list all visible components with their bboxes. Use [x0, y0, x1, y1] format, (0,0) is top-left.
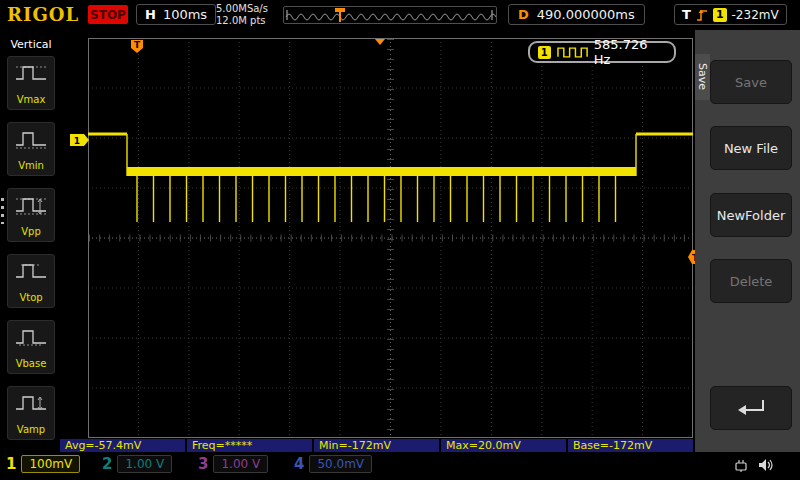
waveform-display: 1TT 1 585.726 Hz	[62, 30, 695, 452]
trigger-edge-icon	[696, 8, 708, 22]
thumbnail-waveform-icon	[284, 7, 496, 23]
sidebar-scroll-indicator	[1, 198, 4, 224]
trigger-readout-box: T 1 -232mV	[674, 4, 787, 25]
channel-3-status[interactable]: 3 1.00 V	[198, 455, 268, 473]
measurement-max: Max=20.0mV	[441, 439, 566, 452]
sidebar-item-label: Vbase	[16, 358, 47, 369]
svg-text:T: T	[134, 40, 141, 50]
save-button[interactable]: Save	[710, 60, 792, 104]
measurement-base: Base=-172mV	[568, 439, 693, 452]
vpp-icon	[15, 194, 47, 216]
menu-tab-save: Save	[695, 54, 710, 100]
delay-value: 490.000000ms	[537, 7, 635, 22]
svg-text:1: 1	[74, 136, 80, 146]
measurement-avg: Avg=-57.4mV	[60, 439, 185, 452]
waveform-position-thumbnail	[283, 6, 497, 24]
trigger-source-badge: 1	[713, 8, 727, 22]
speaker-icon[interactable]	[757, 457, 774, 473]
measurement-min: Min=-172mV	[314, 439, 439, 452]
horizontal-timebase-box: H 100ms	[136, 4, 216, 25]
sample-rate: 5.00MSa/s	[216, 3, 268, 15]
vamp-icon	[15, 392, 47, 414]
freq-counter-value: 585.726 Hz	[594, 37, 666, 67]
freq-counter-channel-badge: 1	[538, 46, 551, 59]
sidebar-item-vbase[interactable]: Vbase	[7, 320, 55, 374]
run-state-badge[interactable]: STOP	[88, 5, 128, 24]
channel-number: 2	[102, 455, 112, 473]
sidebar-item-vamp[interactable]: Vamp	[7, 386, 55, 440]
new-file-button[interactable]: New File	[710, 126, 792, 170]
sidebar-item-label: Vamp	[17, 424, 45, 435]
top-status-bar: RIGOL STOP H 100ms 5.00MSa/s 12.0M pts D…	[0, 0, 800, 30]
sidebar-item-label: Vpp	[21, 226, 41, 237]
sidebar-item-label: Vmin	[18, 160, 44, 171]
channel-1-status[interactable]: 1 100mV	[6, 455, 80, 473]
acquisition-readout: 5.00MSa/s 12.0M pts	[216, 3, 268, 27]
channel-number: 4	[294, 455, 304, 473]
sidebar-item-vmax[interactable]: Vmax	[7, 56, 55, 110]
sidebar-item-label: Vtop	[19, 292, 42, 303]
trigger-markers: 1TT	[70, 39, 700, 264]
channel-2-status[interactable]: 2 1.00 V	[102, 455, 172, 473]
channel-scale: 1.00 V	[117, 455, 172, 473]
pulse-train-icon	[557, 46, 588, 59]
channel-number: 3	[198, 455, 208, 473]
vbase-icon	[15, 326, 47, 348]
sidebar-item-label: Vmax	[17, 94, 46, 105]
sidebar-item-vpp[interactable]: Vpp	[7, 188, 55, 242]
sidebar-item-vtop[interactable]: Vtop	[7, 254, 55, 308]
trigger-level-value: -232mV	[732, 8, 779, 22]
channel-status-bar: 1 100mV 2 1.00 V 3 1.00 V 4 50.0mV	[0, 452, 800, 480]
vmin-icon	[15, 128, 47, 150]
sidebar-title: Vertical	[0, 38, 62, 51]
channel-scale: 1.00 V	[213, 455, 268, 473]
channel-number: 1	[6, 455, 16, 473]
memory-depth: 12.0M pts	[216, 15, 268, 27]
vmax-icon	[15, 62, 47, 84]
vtop-icon	[15, 260, 47, 282]
graticule	[88, 38, 693, 438]
horizontal-label: H	[145, 7, 156, 22]
measurement-freq: Freq=*****	[187, 439, 312, 452]
oscilloscope-screen: RIGOL STOP H 100ms 5.00MSa/s 12.0M pts D…	[0, 0, 800, 480]
vertical-measure-sidebar: Vertical Vmax Vmin Vpp	[0, 30, 62, 452]
usb-icon	[733, 457, 749, 473]
delay-label: D	[518, 7, 529, 22]
channel-scale: 50.0mV	[309, 455, 372, 473]
delay-readout-box: D 490.000000ms	[508, 4, 645, 25]
delete-button[interactable]: Delete	[710, 259, 792, 303]
rigol-logo: RIGOL	[7, 4, 79, 25]
new-folder-button[interactable]: NewFolder	[710, 193, 792, 237]
scope-graticule-and-trace: 1TT	[62, 30, 695, 452]
channel-4-status[interactable]: 4 50.0mV	[294, 455, 372, 473]
trigger-label: T	[682, 7, 691, 22]
sidebar-item-vmin[interactable]: Vmin	[7, 122, 55, 176]
channel-scale: 100mV	[21, 455, 80, 473]
frequency-counter: 1 585.726 Hz	[528, 41, 676, 63]
timebase-value: 100ms	[163, 7, 207, 22]
back-return-button[interactable]	[710, 386, 792, 430]
save-softkey-menu: Save Save New File NewFolder Delete	[695, 30, 800, 452]
return-arrow-icon	[731, 396, 771, 420]
